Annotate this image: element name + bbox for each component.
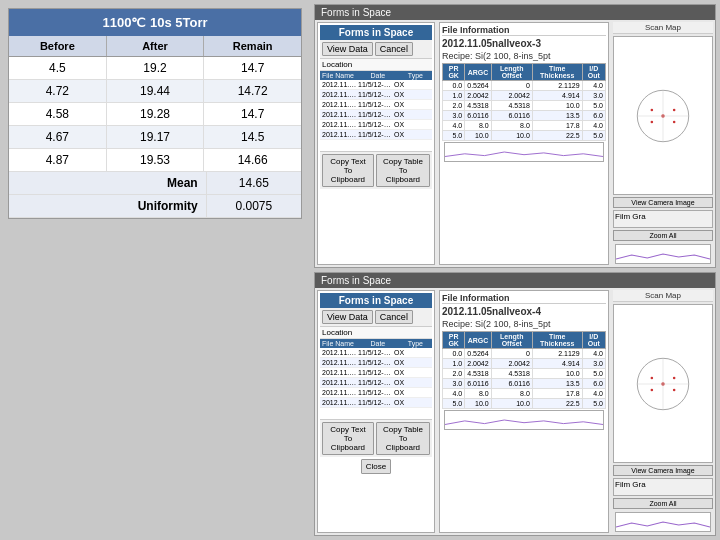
top-file-info-title: File Information [442,25,606,36]
file-list-cell: 2012.11.05-12-SE [322,91,358,98]
bottom-scan-map: Scan Map View Camera Image Film Gra [613,290,713,533]
table-title: 1100℃ 10s 5Torr [9,9,301,36]
file-table-cell: 6.0 [582,111,605,121]
file-list-cell: 2012.11.05-13-SE [322,349,358,356]
file-table-cell: 4.0 [582,121,605,131]
file-table-cell: 4.0 [582,389,605,399]
cell-after: 19.17 [107,126,205,148]
file-table-row: 5.010.010.022.55.0 [443,131,606,141]
table-row: 4.67 19.17 14.5 [9,126,301,149]
file-list-row: 2012.11.05-09-SE11/5/12-9:40OX [320,120,432,130]
left-panel: 1100℃ 10s 5Torr Before After Remain 4.5 … [0,0,310,540]
top-copy-table-btn[interactable]: Copy Table To Clipboard [376,154,430,187]
data-rows: 4.5 19.2 14.7 4.72 19.44 14.72 4.58 19.2… [9,57,301,172]
bottom-panel-body: Forms in Space View Data Cancel Location… [315,288,715,535]
file-list-cell: OX [394,399,430,406]
top-recipe-label: Recipe: Si(2 100, 8-ins_5pt [442,51,606,61]
file-table-cell: 10.0 [465,131,491,141]
top-bottom-buttons: Copy Text To Clipboard Copy Table To Cli… [320,151,432,189]
file-table-cell: 17.8 [532,121,582,131]
top-film-icon: Film Gra [613,210,713,228]
file-list-cell: OX [394,349,430,356]
uniformity-value: 0.0075 [207,195,301,217]
svg-point-13 [673,388,676,391]
file-list-cell: 2012.11.05-13-SE [322,81,358,88]
table-row: 4.87 19.53 14.66 [9,149,301,172]
file-table-cell: 4.0 [443,121,465,131]
file-table-cell: 0.0 [443,349,465,359]
uniformity-label: Uniformity [9,195,207,217]
file-table-cell: 0.0 [443,81,465,91]
bottom-recipe-name: 2012.11.05nallveox-4 [442,306,606,317]
mean-label: Mean [9,172,207,194]
bottom-copy-table-btn[interactable]: Copy Table To Clipboard [376,422,430,455]
file-table-row: 3.06.01166.011613.56.0 [443,379,606,389]
file-table-cell: 17.8 [532,389,582,399]
bottom-view-camera-btn[interactable]: View Camera Image [613,465,713,476]
file-table-cell: 8.0 [491,389,532,399]
bottom-file-list: File Name Date Type 2012.11.05-13-SE11/5… [320,339,432,419]
file-table-cell: 10.0 [465,399,491,409]
cell-remain: 14.7 [204,103,301,125]
file-table-row: 3.06.01166.011613.56.0 [443,111,606,121]
file-list-cell: OX [394,111,430,118]
cell-remain: 14.66 [204,149,301,171]
top-zoom-btn[interactable]: Zoom All [613,230,713,241]
file-table-cell: 4.5318 [465,369,491,379]
cancel-btn[interactable]: Cancel [375,42,413,56]
svg-point-12 [651,388,654,391]
cell-remain: 14.7 [204,57,301,79]
top-copy-text-btn[interactable]: Copy Text To Clipboard [322,154,374,187]
top-forms-toolbar: View Data Cancel [320,40,432,59]
bottom-copy-text-btn[interactable]: Copy Text To Clipboard [322,422,374,455]
bottom-cancel-btn[interactable]: Cancel [375,310,413,324]
top-scan-map: Scan Map View Camera Image Film Gra [613,22,713,265]
file-table-cell: 6.0116 [465,111,491,121]
file-table-cell: 2.0 [443,101,465,111]
file-table-cell: 6.0116 [465,379,491,389]
file-list-cell: 2012.11.05-10-SE [322,379,358,386]
bottom-view-data-btn[interactable]: View Data [322,310,373,324]
table-row: 4.58 19.28 14.7 [9,103,301,126]
bottom-location-row: Location [320,327,432,339]
svg-point-2 [651,108,654,111]
file-table-cell: 2.1129 [532,349,582,359]
cell-remain: 14.5 [204,126,301,148]
file-table-cell: 2.0042 [491,359,532,369]
location-row: Location [320,59,432,71]
bottom-panel-title: Forms in Space [315,273,715,288]
file-table-cell: 8.0 [491,121,532,131]
top-recipe-name: 2012.11.05nallveox-3 [442,38,606,49]
file-table-cell: 0.5264 [465,81,491,91]
file-table-cell: 5.0 [443,399,465,409]
top-panel-title-text: Forms in Space [321,7,391,18]
top-file-table-body: 0.00.526402.11294.01.02.00422.00424.9143… [443,81,606,141]
cell-before: 4.67 [9,126,107,148]
bottom-graph-svg [445,411,603,429]
file-table-cell: 5.0 [443,131,465,141]
file-list-cell: OX [394,379,430,386]
file-table-cell: 8.0 [465,121,491,131]
bottom-scan-graph [615,512,711,532]
top-file-rows: 2012.11.05-13-SE11/5/12-13:12OX2012.11.0… [320,80,432,140]
bottom-close-btn[interactable]: Close [361,459,391,474]
file-table-cell: 5.0 [582,131,605,141]
bottom-bottom-buttons: Copy Text To Clipboard Copy Table To Cli… [320,419,432,457]
file-list-cell: OX [394,121,430,128]
file-list-cell: 11/5/12-8:50 [358,399,394,406]
top-file-list: File Name Date Type 2012.11.05-13-SE11/5… [320,71,432,151]
top-scan-map-box [613,36,713,195]
top-panel-title: Forms in Space [315,5,715,20]
file-list-cell: 11/5/12-10:35 [358,111,394,118]
file-table-cell: 4.914 [532,91,582,101]
bottom-zoom-btn[interactable]: Zoom All [613,498,713,509]
top-view-camera-btn[interactable]: View Camera Image [613,197,713,208]
top-panel-body: Forms in Space View Data Cancel Location… [315,20,715,267]
bottom-forms-title: Forms in Space [320,293,432,308]
bottom-scan-map-label: Scan Map [613,290,713,302]
file-table-row: 4.08.08.017.84.0 [443,389,606,399]
file-table-cell: 4.0 [582,349,605,359]
file-table-cell: 4.0 [443,389,465,399]
view-data-btn[interactable]: View Data [322,42,373,56]
mean-value: 14.65 [207,172,301,194]
